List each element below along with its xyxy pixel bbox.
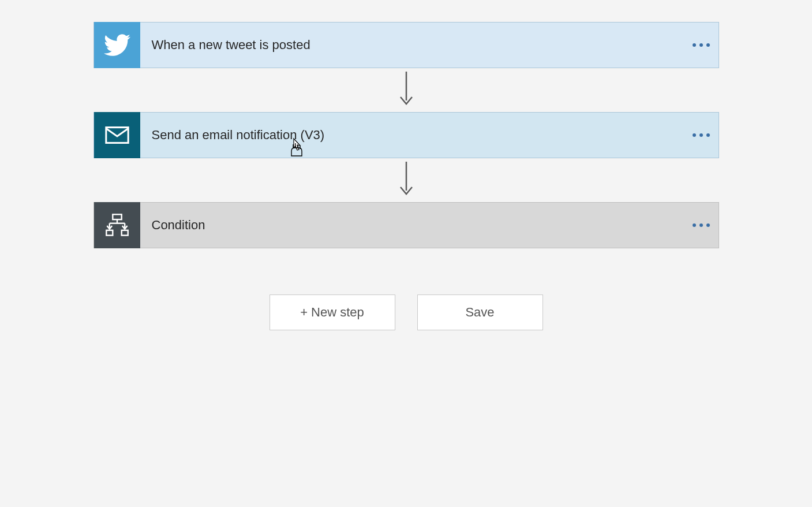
step-menu-button[interactable]: [684, 113, 719, 158]
step-condition[interactable]: Condition: [93, 202, 719, 248]
step-menu-button[interactable]: [684, 23, 719, 68]
svg-rect-9: [121, 230, 128, 236]
ellipsis-icon: [693, 223, 710, 227]
svg-rect-8: [106, 230, 113, 236]
action-button-row: + New step Save: [270, 294, 543, 330]
step-menu-button[interactable]: [684, 203, 719, 248]
step-email-notification[interactable]: Send an email notification (V3): [93, 112, 719, 158]
svg-rect-1: [106, 128, 128, 143]
condition-icon: [94, 202, 140, 248]
svg-rect-3: [113, 214, 121, 219]
new-step-button[interactable]: + New step: [270, 294, 395, 330]
step-twitter-trigger[interactable]: When a new tweet is posted: [93, 22, 719, 68]
step-title: When a new tweet is posted: [140, 38, 684, 53]
flow-arrow: [398, 158, 415, 202]
ellipsis-icon: [693, 133, 710, 137]
flow-container: When a new tweet is posted Send a: [93, 22, 719, 330]
flow-canvas: When a new tweet is posted Send a: [0, 0, 812, 330]
mail-icon: [94, 112, 140, 158]
ellipsis-icon: [693, 43, 710, 47]
step-title: Condition: [140, 218, 684, 233]
flow-arrow: [398, 68, 415, 112]
step-title: Send an email notification (V3): [140, 128, 684, 143]
twitter-icon: [94, 22, 140, 68]
save-button[interactable]: Save: [417, 294, 543, 330]
